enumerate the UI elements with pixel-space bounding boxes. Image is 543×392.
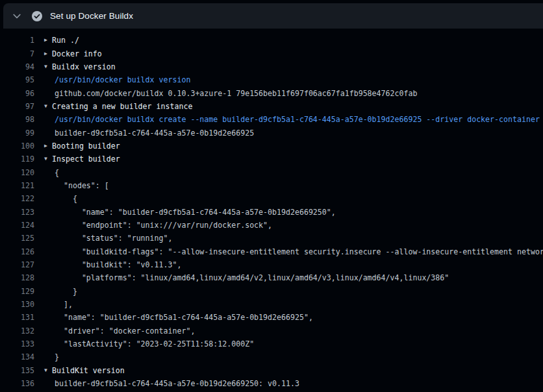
log-group-title[interactable]: Booting builder <box>52 141 120 151</box>
step-log-card: Set up Docker Buildx 1 ▶ Run ./ 7 ▶ Dock… <box>0 0 543 392</box>
line-number[interactable]: 125 <box>0 234 34 243</box>
step-header[interactable]: Set up Docker Buildx <box>3 3 543 29</box>
line-number[interactable]: 119 <box>0 154 34 164</box>
log-group-title[interactable]: Creating a new builder instance <box>52 102 192 111</box>
log-line: 126 "buildkitd-flags": "--allow-insecure… <box>0 245 543 258</box>
log-line: 100 ▶ Booting builder <box>0 140 543 153</box>
log-output-text: builder-d9cfb5a1-c764-445a-a57e-0b19d2e6… <box>55 379 299 388</box>
line-number[interactable]: 121 <box>0 181 34 190</box>
line-number[interactable]: 120 <box>0 168 34 177</box>
line-number[interactable]: 127 <box>0 260 34 269</box>
chevron-down-icon[interactable] <box>12 11 22 21</box>
log-line: 124 "endpoint": "unix:///var/run/docker.… <box>0 219 543 232</box>
log-output-text: "name": "builder-d9cfb5a1-c764-445a-a57e… <box>55 208 336 217</box>
line-number[interactable]: 135 <box>0 366 34 375</box>
log-output-text: "buildkit": "v0.11.3", <box>55 260 181 269</box>
line-number[interactable]: 124 <box>0 221 34 230</box>
line-number[interactable]: 97 <box>0 102 34 111</box>
log-output-text: builder-d9cfb5a1-c764-445a-a57e-0b19d2e6… <box>55 129 254 138</box>
log-line: 122 { <box>0 192 543 205</box>
line-number[interactable]: 96 <box>0 89 34 98</box>
line-number[interactable]: 133 <box>0 339 34 349</box>
log-output-text: } <box>55 352 59 361</box>
collapse-group-icon[interactable]: ▼ <box>44 368 52 373</box>
log-output-text: "nodes": [ <box>55 181 109 190</box>
log-line: 127 "buildkit": "v0.11.3", <box>0 258 543 271</box>
log-group-title[interactable]: Inspect builder <box>52 154 120 164</box>
log-line: 94 ▼ Buildx version <box>0 60 543 73</box>
line-number[interactable]: 131 <box>0 313 34 322</box>
log-line: 97 ▼ Creating a new builder instance <box>0 100 543 113</box>
log-line: 1 ▶ Run ./ <box>0 34 543 47</box>
log-line: 119 ▼ Inspect builder <box>0 153 543 165</box>
expand-group-icon[interactable]: ▶ <box>44 143 52 149</box>
collapse-group-icon[interactable]: ▼ <box>44 104 52 109</box>
log-output-text: "name": "builder-d9cfb5a1-c764-445a-a57e… <box>55 313 313 322</box>
log-output-text: "buildkitd-flags": "--allow-insecure-ent… <box>55 247 543 256</box>
log-line: 98 /usr/bin/docker buildx create --name … <box>0 113 543 126</box>
log-line: 96 github.com/docker/buildx 0.10.3+azure… <box>0 86 543 99</box>
line-number[interactable]: 98 <box>0 115 34 124</box>
log-output-text: github.com/docker/buildx 0.10.3+azure-1 … <box>55 89 417 98</box>
log-command-text: /usr/bin/docker buildx create --name bui… <box>55 115 540 124</box>
line-number[interactable]: 126 <box>0 247 34 256</box>
expand-group-icon[interactable]: ▶ <box>44 38 52 43</box>
log-output-text: } <box>55 287 77 296</box>
line-number[interactable]: 128 <box>0 273 34 282</box>
line-number[interactable]: 130 <box>0 300 34 309</box>
log-output-text: "driver": "docker-container", <box>55 326 195 336</box>
log-line: 135 ▼ BuildKit version <box>0 364 543 377</box>
collapse-group-icon[interactable]: ▼ <box>44 64 52 69</box>
log-line: 136 builder-d9cfb5a1-c764-445a-a57e-0b19… <box>0 377 543 390</box>
line-number[interactable]: 99 <box>0 129 34 138</box>
log-line: 95 /usr/bin/docker buildx version <box>0 73 543 86</box>
line-number[interactable]: 132 <box>0 326 34 336</box>
log-line: 125 "status": "running", <box>0 232 543 245</box>
log-output-text: "status": "running", <box>55 234 172 243</box>
log-line: 134 } <box>0 350 543 363</box>
line-number[interactable]: 100 <box>0 141 34 151</box>
log-line: 123 "name": "builder-d9cfb5a1-c764-445a-… <box>0 205 543 218</box>
log-body: 1 ▶ Run ./ 7 ▶ Docker info 94 ▼ Buildx v… <box>0 29 543 392</box>
line-number[interactable]: 1 <box>0 36 34 45</box>
line-number[interactable]: 122 <box>0 194 34 203</box>
log-output-text: "endpoint": "unix:///var/run/docker.sock… <box>55 221 272 230</box>
log-output-text: "lastActivity": "2023-02-25T11:58:12.000… <box>55 339 254 349</box>
log-line: 129 } <box>0 285 543 298</box>
log-line: 120 { <box>0 165 543 178</box>
log-group-title[interactable]: Docker info <box>52 49 102 58</box>
log-group-title[interactable]: Buildx version <box>52 62 116 71</box>
line-number[interactable]: 129 <box>0 287 34 296</box>
check-circle-icon <box>32 11 42 21</box>
log-group-title[interactable]: BuildKit version <box>52 366 125 375</box>
log-line: 121 "nodes": [ <box>0 179 543 192</box>
log-line: 128 "platforms": "linux/amd64,linux/amd6… <box>0 271 543 284</box>
log-output-text: { <box>55 194 77 203</box>
log-line: 132 "driver": "docker-container", <box>0 325 543 337</box>
log-output-text: { <box>55 168 59 177</box>
line-number[interactable]: 136 <box>0 379 34 388</box>
log-line: 133 "lastActivity": "2023-02-25T11:58:12… <box>0 337 543 350</box>
log-output-text: "platforms": "linux/amd64,linux/amd64/v2… <box>55 273 449 282</box>
log-line: 131 "name": "builder-d9cfb5a1-c764-445a-… <box>0 311 543 324</box>
line-number[interactable]: 134 <box>0 352 34 361</box>
log-output-text: ], <box>55 300 73 309</box>
collapse-group-icon[interactable]: ▼ <box>44 156 52 162</box>
log-group-title[interactable]: Run ./ <box>52 36 79 45</box>
line-number[interactable]: 95 <box>0 75 34 84</box>
line-number[interactable]: 123 <box>0 208 34 217</box>
line-number[interactable]: 94 <box>0 62 34 71</box>
log-command-text: /usr/bin/docker buildx version <box>55 75 190 84</box>
log-line: 99 builder-d9cfb5a1-c764-445a-a57e-0b19d… <box>0 126 543 139</box>
line-number[interactable]: 7 <box>0 49 34 58</box>
step-title: Set up Docker Buildx <box>50 11 133 21</box>
expand-group-icon[interactable]: ▶ <box>44 51 52 56</box>
log-line: 130 ], <box>0 298 543 311</box>
log-line: 7 ▶ Docker info <box>0 47 543 60</box>
